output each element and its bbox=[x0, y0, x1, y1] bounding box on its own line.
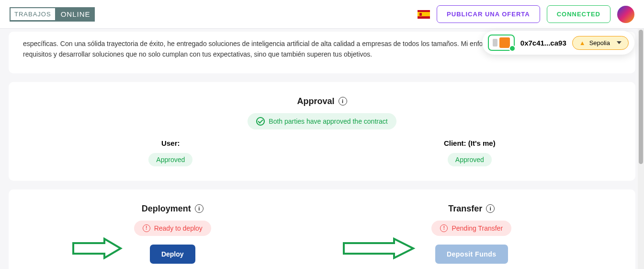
transfer-title: Transfer bbox=[448, 204, 482, 214]
main-content: específicas. Con una sólida trayectoria … bbox=[0, 32, 644, 269]
arrow-annotation-icon bbox=[341, 237, 416, 259]
info-icon[interactable]: i bbox=[486, 204, 495, 213]
logo-right: ONLINE bbox=[56, 10, 95, 18]
deposit-funds-button[interactable]: Deposit Funds bbox=[435, 245, 508, 264]
client-label: Client: (It's me) bbox=[444, 139, 496, 147]
spain-flag-icon[interactable] bbox=[418, 10, 430, 19]
wallet-address: 0x7c41...ca93 bbox=[520, 39, 566, 47]
approval-status-pill: Both parties have approved the contract bbox=[248, 113, 396, 129]
publish-offer-button[interactable]: PUBLICAR UNA OFERTA bbox=[437, 5, 540, 23]
user-label: User: bbox=[148, 139, 192, 147]
transfer-status-text: Pending Transfer bbox=[452, 224, 503, 232]
transfer-status-pill: ! Pending Transfer bbox=[431, 221, 511, 236]
approval-status-text: Both parties have approved the contract bbox=[269, 117, 387, 125]
info-icon[interactable]: i bbox=[195, 204, 203, 213]
logo[interactable]: TRABAJOS ONLINE bbox=[10, 7, 95, 22]
deployment-title: Deployment bbox=[142, 204, 191, 214]
deployment-status-pill: ! Ready to deploy bbox=[134, 221, 211, 236]
client-approved-badge: Approved bbox=[448, 153, 492, 166]
approval-title: Approval bbox=[297, 96, 334, 106]
transfer-section: Transfer i ! Pending Transfer Deposit Fu… bbox=[322, 204, 621, 264]
warning-triangle-icon: ▲ bbox=[579, 39, 586, 47]
arrow-annotation-icon bbox=[71, 237, 124, 259]
actions-card: Deployment i ! Ready to deploy Deploy Tr… bbox=[9, 189, 635, 269]
avatar[interactable] bbox=[617, 6, 634, 23]
check-circle-icon bbox=[256, 117, 265, 126]
chevron-down-icon bbox=[617, 41, 621, 44]
approval-card: Approval i Both parties have approved th… bbox=[9, 82, 635, 181]
network-name: Sepolia bbox=[589, 39, 610, 47]
wallet-widget: 0x7c41...ca93 ▲ Sepolia bbox=[482, 31, 634, 55]
network-selector[interactable]: ▲ Sepolia bbox=[572, 36, 629, 50]
deploy-button[interactable]: Deploy bbox=[150, 245, 195, 264]
connected-button[interactable]: CONNECTED bbox=[547, 5, 610, 23]
wallet-connected-check-icon bbox=[509, 45, 516, 52]
logo-left: TRABAJOS bbox=[10, 7, 56, 21]
app-header: TRABAJOS ONLINE PUBLICAR UNA OFERTA CONN… bbox=[0, 0, 644, 29]
metamask-icon bbox=[499, 37, 510, 48]
client-approval-col: Client: (It's me) Approved bbox=[444, 139, 496, 166]
info-icon[interactable]: i bbox=[339, 97, 347, 105]
deployment-section: Deployment i ! Ready to deploy Deploy bbox=[23, 204, 322, 264]
wallet-icon-box[interactable] bbox=[488, 35, 515, 51]
alert-circle-icon: ! bbox=[440, 224, 448, 232]
deployment-status-text: Ready to deploy bbox=[154, 224, 203, 232]
alert-circle-icon: ! bbox=[143, 224, 150, 232]
user-approval-col: User: Approved bbox=[148, 139, 192, 166]
user-approved-badge: Approved bbox=[148, 153, 192, 166]
header-actions: PUBLICAR UNA OFERTA CONNECTED bbox=[418, 5, 634, 23]
